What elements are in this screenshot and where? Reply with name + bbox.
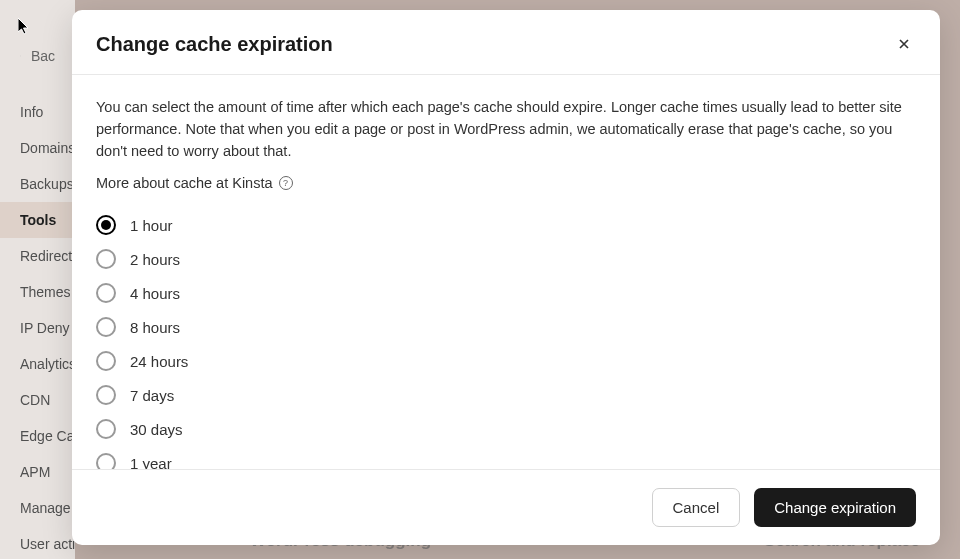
radio-label: 2 hours (130, 251, 180, 268)
radio-option-2-hours[interactable]: 2 hours (96, 249, 916, 269)
more-about-cache-link[interactable]: More about cache at Kinsta ? (96, 175, 293, 191)
modal-footer: Cancel Change expiration (72, 469, 940, 545)
radio-option-7-days[interactable]: 7 days (96, 385, 916, 405)
radio-circle (96, 215, 116, 235)
modal-title: Change cache expiration (96, 33, 333, 56)
radio-circle (96, 283, 116, 303)
radio-option-8-hours[interactable]: 8 hours (96, 317, 916, 337)
cache-expiration-modal: Change cache expiration You can select t… (72, 10, 940, 545)
radio-circle (96, 453, 116, 469)
modal-header: Change cache expiration (72, 10, 940, 75)
radio-label: 8 hours (130, 319, 180, 336)
radio-option-1-hour[interactable]: 1 hour (96, 215, 916, 235)
radio-label: 1 hour (130, 217, 173, 234)
radio-circle (96, 385, 116, 405)
modal-body: You can select the amount of time after … (72, 75, 940, 469)
help-icon: ? (279, 176, 293, 190)
radio-circle (96, 419, 116, 439)
radio-option-30-days[interactable]: 30 days (96, 419, 916, 439)
radio-label: 4 hours (130, 285, 180, 302)
radio-option-24-hours[interactable]: 24 hours (96, 351, 916, 371)
close-icon (896, 36, 912, 52)
radio-circle (96, 351, 116, 371)
radio-circle (96, 249, 116, 269)
cancel-button[interactable]: Cancel (652, 488, 741, 527)
modal-description: You can select the amount of time after … (96, 97, 916, 162)
radio-label: 7 days (130, 387, 174, 404)
change-expiration-button[interactable]: Change expiration (754, 488, 916, 527)
radio-label: 1 year (130, 455, 172, 469)
more-link-text: More about cache at Kinsta (96, 175, 273, 191)
radio-circle (96, 317, 116, 337)
radio-dot (101, 220, 111, 230)
close-button[interactable] (892, 32, 916, 56)
radio-option-4-hours[interactable]: 4 hours (96, 283, 916, 303)
radio-label: 24 hours (130, 353, 188, 370)
radio-option-1-year[interactable]: 1 year (96, 453, 916, 469)
radio-label: 30 days (130, 421, 183, 438)
expiration-radio-group: 1 hour2 hours4 hours8 hours24 hours7 day… (96, 215, 916, 469)
cursor-pointer-icon (18, 18, 32, 36)
